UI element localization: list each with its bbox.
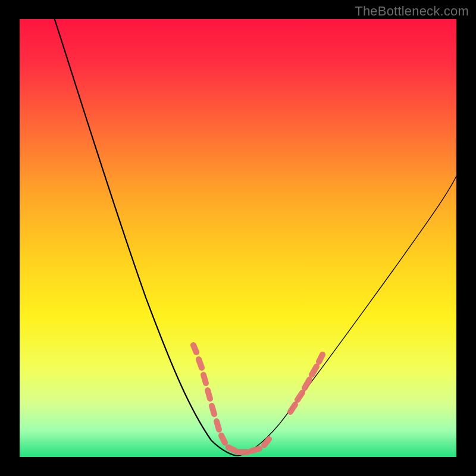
svg-line-14: [312, 367, 317, 375]
svg-line-9: [251, 449, 259, 451]
svg-line-1: [199, 359, 202, 368]
plot-area: [20, 19, 456, 457]
svg-line-5: [217, 421, 219, 430]
svg-line-2: [203, 375, 206, 383]
svg-line-13: [305, 380, 309, 388]
svg-line-4: [212, 406, 214, 414]
svg-line-3: [208, 390, 210, 399]
svg-line-7: [228, 447, 236, 451]
svg-line-11: [290, 405, 295, 412]
svg-line-15: [319, 355, 322, 362]
svg-line-12: [298, 393, 302, 400]
svg-line-10: [264, 439, 269, 445]
watermark-text: TheBottleneck.com: [355, 4, 469, 19]
svg-line-0: [193, 345, 196, 352]
chart-svg: [0, 0, 476, 476]
chart-frame: TheBottleneck.com: [0, 0, 476, 476]
svg-line-6: [221, 436, 225, 443]
